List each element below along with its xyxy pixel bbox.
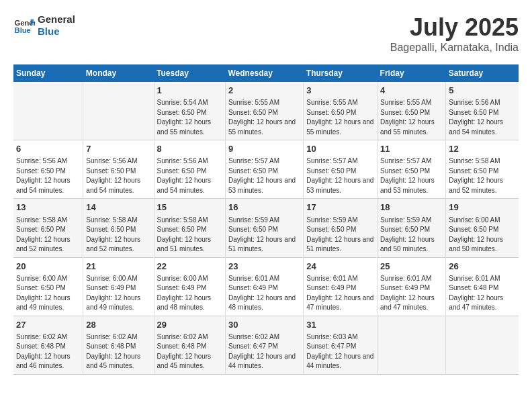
day-info: Sunrise: 5:56 AM Sunset: 6:50 PM Dayligh… [157, 156, 222, 195]
day-info: Sunrise: 6:00 AM Sunset: 6:50 PM Dayligh… [16, 274, 80, 313]
svg-text:Blue: Blue [15, 26, 31, 34]
day-cell: 26Sunrise: 6:01 AM Sunset: 6:48 PM Dayli… [446, 257, 519, 316]
day-number: 14 [86, 201, 150, 214]
day-number: 4 [380, 85, 443, 97]
day-info: Sunrise: 5:59 AM Sunset: 6:50 PM Dayligh… [228, 216, 300, 255]
day-info: Sunrise: 5:58 AM Sunset: 6:50 PM Dayligh… [16, 216, 80, 255]
day-info: Sunrise: 6:02 AM Sunset: 6:48 PM Dayligh… [16, 332, 80, 371]
day-number: 6 [16, 143, 80, 155]
calendar-title: July 2025 [390, 13, 519, 42]
day-number: 3 [306, 85, 374, 97]
day-number: 23 [228, 261, 300, 273]
weekday-header-sunday: Sunday [13, 64, 83, 82]
day-cell: 5Sunrise: 5:56 AM Sunset: 6:50 PM Daylig… [446, 82, 519, 140]
day-cell: 17Sunrise: 5:59 AM Sunset: 6:50 PM Dayli… [304, 199, 378, 257]
logo: General Blue General Blue [13, 13, 75, 38]
day-info: Sunrise: 5:56 AM Sunset: 6:50 PM Dayligh… [86, 156, 150, 195]
day-info: Sunrise: 6:02 AM Sunset: 6:47 PM Dayligh… [228, 332, 300, 371]
day-info: Sunrise: 5:58 AM Sunset: 6:50 PM Dayligh… [157, 216, 222, 255]
day-number: 8 [157, 143, 222, 155]
day-info: Sunrise: 5:57 AM Sunset: 6:50 PM Dayligh… [380, 156, 443, 195]
week-row-5: 27Sunrise: 6:02 AM Sunset: 6:48 PM Dayli… [13, 316, 519, 374]
day-info: Sunrise: 5:57 AM Sunset: 6:50 PM Dayligh… [228, 156, 300, 195]
day-info: Sunrise: 5:56 AM Sunset: 6:50 PM Dayligh… [16, 156, 80, 195]
day-cell: 11Sunrise: 5:57 AM Sunset: 6:50 PM Dayli… [378, 140, 446, 199]
day-number: 16 [228, 201, 300, 214]
day-cell: 18Sunrise: 5:59 AM Sunset: 6:50 PM Dayli… [378, 199, 446, 257]
day-cell: 6Sunrise: 5:56 AM Sunset: 6:50 PM Daylig… [13, 140, 83, 199]
day-cell: 12Sunrise: 5:58 AM Sunset: 6:50 PM Dayli… [446, 140, 519, 199]
day-number: 17 [306, 201, 374, 214]
day-number: 30 [228, 319, 300, 331]
day-info: Sunrise: 5:57 AM Sunset: 6:50 PM Dayligh… [306, 156, 374, 195]
day-info: Sunrise: 5:55 AM Sunset: 6:50 PM Dayligh… [306, 98, 374, 137]
day-info: Sunrise: 5:56 AM Sunset: 6:50 PM Dayligh… [449, 98, 516, 137]
day-info: Sunrise: 5:54 AM Sunset: 6:50 PM Dayligh… [157, 98, 222, 137]
day-info: Sunrise: 6:00 AM Sunset: 6:49 PM Dayligh… [157, 274, 222, 313]
day-cell: 15Sunrise: 5:58 AM Sunset: 6:50 PM Dayli… [154, 199, 225, 257]
day-number: 15 [157, 201, 222, 214]
day-info: Sunrise: 5:59 AM Sunset: 6:50 PM Dayligh… [306, 216, 374, 255]
day-info: Sunrise: 5:59 AM Sunset: 6:50 PM Dayligh… [380, 216, 443, 255]
day-number: 19 [449, 201, 516, 214]
day-cell: 19Sunrise: 6:00 AM Sunset: 6:50 PM Dayli… [446, 199, 519, 257]
title-block: July 2025 Bagepalli, Karnataka, India [390, 13, 519, 54]
day-number: 2 [228, 85, 300, 97]
day-cell: 28Sunrise: 6:02 AM Sunset: 6:48 PM Dayli… [83, 316, 154, 374]
week-row-2: 6Sunrise: 5:56 AM Sunset: 6:50 PM Daylig… [13, 140, 519, 199]
weekday-header-row: SundayMondayTuesdayWednesdayThursdayFrid… [13, 64, 519, 82]
day-number: 10 [306, 143, 374, 155]
day-number: 24 [306, 261, 374, 273]
day-info: Sunrise: 6:01 AM Sunset: 6:49 PM Dayligh… [228, 274, 300, 313]
day-number: 27 [16, 319, 80, 331]
logo-blue: Blue [38, 26, 60, 37]
day-number: 7 [86, 143, 150, 155]
weekday-header-thursday: Thursday [304, 64, 378, 82]
day-cell: 2Sunrise: 5:55 AM Sunset: 6:50 PM Daylig… [225, 82, 303, 140]
day-number: 21 [86, 261, 150, 273]
weekday-header-wednesday: Wednesday [225, 64, 303, 82]
day-number: 9 [228, 143, 300, 155]
day-number: 18 [380, 201, 443, 214]
week-row-1: 1Sunrise: 5:54 AM Sunset: 6:50 PM Daylig… [13, 82, 519, 140]
day-number: 31 [306, 319, 374, 331]
day-cell [83, 82, 154, 140]
day-number: 25 [380, 261, 443, 273]
day-info: Sunrise: 5:55 AM Sunset: 6:50 PM Dayligh… [380, 98, 443, 137]
week-row-3: 13Sunrise: 5:58 AM Sunset: 6:50 PM Dayli… [13, 199, 519, 257]
day-number: 11 [380, 143, 443, 155]
day-cell: 24Sunrise: 6:01 AM Sunset: 6:49 PM Dayli… [304, 257, 378, 316]
day-cell: 14Sunrise: 5:58 AM Sunset: 6:50 PM Dayli… [83, 199, 154, 257]
week-row-4: 20Sunrise: 6:00 AM Sunset: 6:50 PM Dayli… [13, 257, 519, 316]
day-cell [378, 316, 446, 374]
day-info: Sunrise: 6:00 AM Sunset: 6:50 PM Dayligh… [449, 216, 516, 255]
day-cell: 1Sunrise: 5:54 AM Sunset: 6:50 PM Daylig… [154, 82, 225, 140]
day-info: Sunrise: 5:55 AM Sunset: 6:50 PM Dayligh… [228, 98, 300, 137]
day-cell: 27Sunrise: 6:02 AM Sunset: 6:48 PM Dayli… [13, 316, 83, 374]
day-cell: 25Sunrise: 6:01 AM Sunset: 6:49 PM Dayli… [378, 257, 446, 316]
day-info: Sunrise: 6:01 AM Sunset: 6:49 PM Dayligh… [380, 274, 443, 313]
day-cell: 30Sunrise: 6:02 AM Sunset: 6:47 PM Dayli… [225, 316, 303, 374]
day-info: Sunrise: 6:01 AM Sunset: 6:48 PM Dayligh… [449, 274, 516, 313]
day-cell: 7Sunrise: 5:56 AM Sunset: 6:50 PM Daylig… [83, 140, 154, 199]
day-number: 5 [449, 85, 516, 97]
day-cell: 9Sunrise: 5:57 AM Sunset: 6:50 PM Daylig… [225, 140, 303, 199]
weekday-header-monday: Monday [83, 64, 154, 82]
day-info: Sunrise: 6:02 AM Sunset: 6:48 PM Dayligh… [157, 332, 222, 371]
day-info: Sunrise: 6:00 AM Sunset: 6:49 PM Dayligh… [86, 274, 150, 313]
day-cell: 3Sunrise: 5:55 AM Sunset: 6:50 PM Daylig… [304, 82, 378, 140]
page-header: General Blue General Blue July 2025 Bage… [13, 13, 519, 54]
day-cell: 8Sunrise: 5:56 AM Sunset: 6:50 PM Daylig… [154, 140, 225, 199]
day-cell: 31Sunrise: 6:03 AM Sunset: 6:47 PM Dayli… [304, 316, 378, 374]
day-cell: 29Sunrise: 6:02 AM Sunset: 6:48 PM Dayli… [154, 316, 225, 374]
calendar-subtitle: Bagepalli, Karnataka, India [390, 42, 519, 54]
day-info: Sunrise: 5:58 AM Sunset: 6:50 PM Dayligh… [86, 216, 150, 255]
day-cell [446, 316, 519, 374]
day-number: 29 [157, 319, 222, 331]
day-cell: 21Sunrise: 6:00 AM Sunset: 6:49 PM Dayli… [83, 257, 154, 316]
calendar-table: SundayMondayTuesdayWednesdayThursdayFrid… [13, 64, 519, 375]
day-number: 20 [16, 261, 80, 273]
day-cell: 10Sunrise: 5:57 AM Sunset: 6:50 PM Dayli… [304, 140, 378, 199]
day-cell: 23Sunrise: 6:01 AM Sunset: 6:49 PM Dayli… [225, 257, 303, 316]
day-info: Sunrise: 6:02 AM Sunset: 6:48 PM Dayligh… [86, 332, 150, 371]
